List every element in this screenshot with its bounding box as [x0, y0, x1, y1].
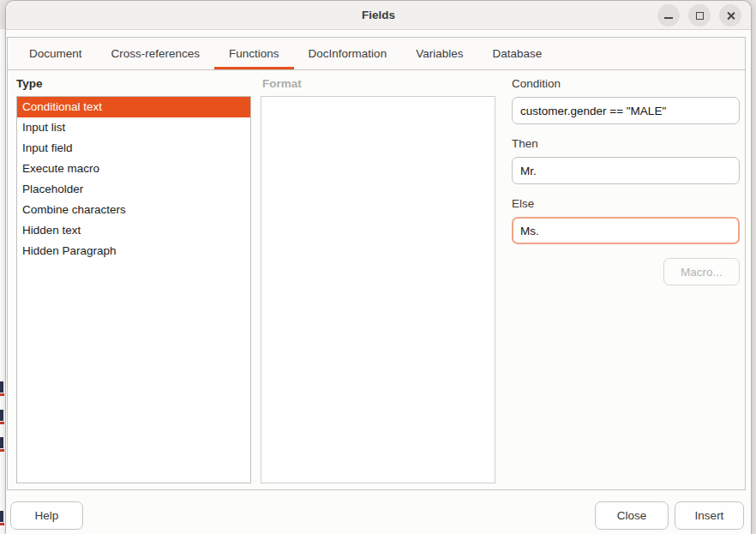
- condition-section: Condition Then Else Macro...: [512, 70, 740, 490]
- screen: Fields DocumentCross-referencesFunctions…: [0, 0, 756, 534]
- tab-document[interactable]: Document: [15, 38, 97, 69]
- maximize-icon: [696, 12, 704, 20]
- window-controls: [657, 4, 741, 27]
- type-item-execute-macro[interactable]: Execute macro: [17, 159, 250, 179]
- close-icon: [726, 11, 735, 21]
- background-text-fragment: [0, 511, 4, 525]
- type-item-input-list[interactable]: Input list: [17, 117, 250, 138]
- then-input[interactable]: [512, 157, 740, 184]
- condition-label: Condition: [512, 77, 561, 90]
- window-title: Fields: [362, 9, 395, 21]
- fields-dialog: Fields DocumentCross-referencesFunctions…: [5, 0, 752, 534]
- insert-button[interactable]: Insert: [675, 501, 744, 530]
- else-label: Else: [512, 197, 534, 210]
- close-button[interactable]: [719, 4, 741, 27]
- tab-cross-references[interactable]: Cross-references: [97, 38, 215, 69]
- background-text-fragment: [0, 381, 4, 396]
- type-item-conditional-text[interactable]: Conditional text: [17, 97, 250, 117]
- type-item-input-field[interactable]: Input field: [17, 138, 250, 159]
- background-text-fragment: [0, 437, 4, 452]
- tab-bar: DocumentCross-referencesFunctionsDocInfo…: [8, 38, 745, 70]
- type-listbox[interactable]: Conditional textInput listInput fieldExe…: [16, 96, 251, 483]
- maximize-button[interactable]: [688, 4, 711, 27]
- help-button[interactable]: Help: [10, 501, 83, 530]
- tab-functions[interactable]: Functions: [214, 38, 294, 69]
- minimize-button[interactable]: [657, 4, 680, 27]
- format-listbox: [261, 96, 495, 483]
- condition-input[interactable]: [512, 97, 740, 124]
- then-label: Then: [512, 137, 538, 150]
- minimize-icon: [664, 17, 673, 19]
- tab-docinformation[interactable]: DocInformation: [294, 38, 402, 69]
- tab-database[interactable]: Database: [477, 38, 556, 69]
- type-label: Type: [16, 77, 43, 90]
- format-label: Format: [262, 77, 302, 90]
- background-text-fragment: [0, 410, 4, 424]
- else-input[interactable]: [512, 217, 740, 244]
- close-dialog-button[interactable]: Close: [595, 501, 669, 530]
- macro-button: Macro...: [663, 258, 740, 285]
- type-item-hidden-paragraph[interactable]: Hidden Paragraph: [17, 241, 250, 261]
- type-item-combine-characters[interactable]: Combine characters: [17, 200, 250, 220]
- type-item-placeholder[interactable]: Placeholder: [17, 179, 250, 200]
- tab-container: DocumentCross-referencesFunctionsDocInfo…: [7, 37, 746, 490]
- tab-variables[interactable]: Variables: [401, 38, 477, 69]
- titlebar[interactable]: Fields: [6, 1, 751, 30]
- dialog-body: DocumentCross-referencesFunctionsDocInfo…: [6, 30, 751, 534]
- functions-tab-content: Type Conditional textInput listInput fie…: [8, 70, 745, 490]
- type-item-hidden-text[interactable]: Hidden text: [17, 220, 250, 241]
